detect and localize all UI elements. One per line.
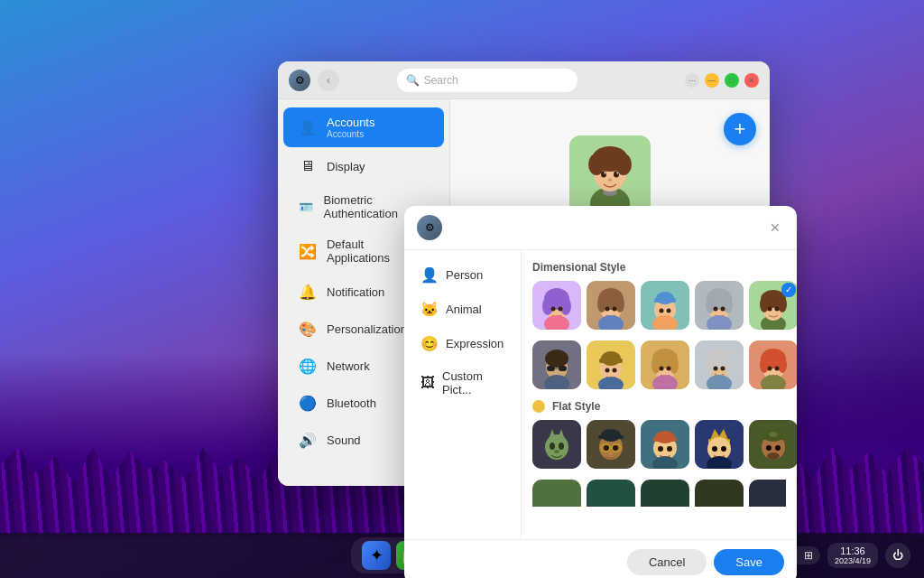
picker-sidebar: 👤 Person 🐱 Animal 😊 Expression 🖼 Custom … [404,250,522,539]
avatar-option-2[interactable] [587,281,635,330]
svg-point-16 [560,297,571,315]
flat-avatar-3[interactable] [641,420,689,469]
display-label: Display [327,160,365,173]
svg-point-101 [613,445,618,451]
close-button[interactable]: ✕ [744,73,759,88]
selected-checkmark: ✓ [781,283,796,297]
network-label: Network [327,359,370,373]
flat-avatar-grid [532,420,786,469]
svg-point-100 [604,445,609,451]
avatar-option-4[interactable] [695,281,744,330]
sound-icon: 🔊 [298,430,318,450]
svg-point-8 [614,172,619,178]
svg-point-125 [766,445,772,451]
svg-point-95 [554,450,559,453]
avatar-option-6[interactable] [532,340,581,389]
picker-nav-animal[interactable]: 🐱 Animal [408,293,517,326]
svg-point-41 [721,307,725,312]
sidebar-item-accounts[interactable]: 👤 Accounts Accounts [283,107,444,147]
display-icon: 🖥 [298,156,318,176]
settings-app-icon: ⚙ [289,70,310,91]
flat-avatar-9-partial[interactable] [695,480,744,507]
svg-point-62 [605,368,610,373]
flat-avatar-7-partial[interactable] [587,480,635,507]
save-button[interactable]: Save [714,549,784,575]
svg-point-18 [559,307,563,312]
expression-nav-label: Expression [446,337,504,350]
avatar-option-5-selected[interactable]: ✓ [749,281,797,330]
flat-avatar-1[interactable] [532,420,581,469]
picker-nav-expression[interactable]: 😊 Expression [408,327,517,360]
avatar-option-1[interactable] [532,281,581,330]
desktop: ⚙ ‹ 🔍 Search ··· — □ ✕ 👤 Accounts [0,0,924,578]
flat-style-dot [532,400,545,413]
svg-point-86 [768,367,772,371]
svg-point-47 [760,296,769,312]
biometric-icon: 🪪 [298,197,315,217]
custom-nav-label: Custom Pict... [442,369,504,396]
window-titlebar: ⚙ ‹ 🔍 Search ··· — □ ✕ [278,61,770,99]
bluetooth-label: Bluetooth [327,396,376,410]
svg-point-93 [550,443,555,450]
dimensional-style-label: Dimensional Style [532,261,786,274]
picker-content: Dimensional Style [522,250,797,539]
avatar-option-7[interactable] [587,340,635,389]
cancel-button[interactable]: Cancel [627,549,707,575]
person-nav-label: Person [446,268,483,282]
maximize-button[interactable]: □ [725,73,739,88]
svg-point-84 [760,357,769,373]
clock-widget[interactable]: 11:36 2023/4/19 [827,543,878,568]
minimize-button[interactable]: — [705,73,719,88]
current-avatar[interactable] [569,135,651,217]
avatar-option-8[interactable] [641,340,689,389]
default-apps-icon: 🔀 [298,241,318,261]
svg-point-76 [706,356,715,374]
dimensional-avatar-grid-row1: ✓ [532,281,786,330]
avatar-picker-dialog: ⚙ ✕ 👤 Person 🐱 Animal 😊 Expression [404,206,797,578]
more-options-button[interactable]: ··· [685,73,699,88]
dimensional-avatar-grid-row2 [532,340,786,389]
custom-nav-icon: 🖼 [420,375,435,391]
svg-point-49 [768,307,772,312]
animal-nav-icon: 🐱 [420,301,439,318]
flat-avatar-2[interactable] [587,420,635,469]
svg-point-68 [651,356,661,374]
svg-point-87 [775,367,780,371]
power-button[interactable]: ⏻ [885,543,910,568]
svg-point-126 [775,445,781,451]
back-button[interactable]: ‹ [318,70,339,91]
personalization-icon: 🎨 [298,319,318,339]
add-account-button[interactable]: + [724,113,756,145]
svg-point-17 [551,307,556,312]
avatar-option-9[interactable] [695,340,744,389]
search-bar[interactable]: 🔍 Search [397,69,578,92]
flat-avatar-6-partial[interactable] [532,480,581,507]
picker-nav-custom[interactable]: 🖼 Custom Pict... [408,361,517,405]
svg-point-15 [542,297,553,315]
svg-point-69 [670,356,679,374]
svg-point-24 [615,296,624,312]
svg-point-79 [721,367,725,371]
avatar-option-10[interactable] [749,340,797,389]
sound-label: Sound [327,434,361,447]
flat-avatar-4[interactable] [695,420,744,469]
picker-footer: Cancel Save [404,539,797,578]
svg-point-9 [605,172,606,174]
picker-nav-person[interactable]: 👤 Person [408,258,517,292]
flat-avatar-10-partial[interactable] [749,480,786,507]
svg-point-92 [545,434,568,460]
svg-point-127 [767,452,780,460]
picker-close-button[interactable]: ✕ [766,219,784,237]
taskbar-launcher-icon[interactable]: ✦ [362,541,391,570]
svg-point-109 [655,431,675,443]
flat-avatar-grid-row2-partial [532,480,786,507]
sidebar-item-display[interactable]: 🖥 Display [283,148,444,184]
picker-header: ⚙ ✕ [404,206,797,250]
picker-app-icon: ⚙ [417,215,442,240]
svg-point-10 [617,172,619,174]
flat-avatar-8-partial[interactable] [641,480,689,507]
avatar-option-3[interactable] [641,281,689,330]
svg-point-26 [613,307,617,312]
flat-avatar-5[interactable] [749,420,797,469]
svg-point-61 [601,351,621,366]
